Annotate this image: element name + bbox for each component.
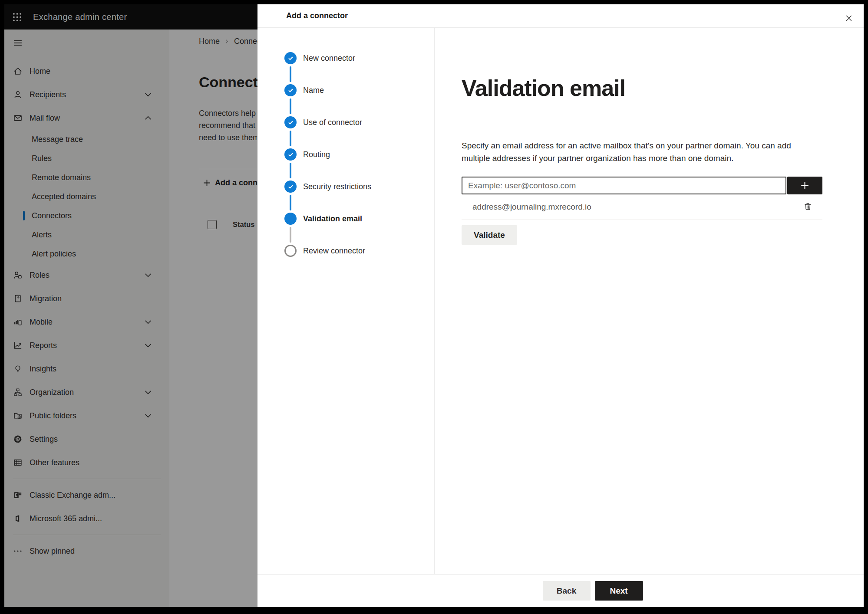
wizard-step-review-connector: Review connector: [257, 235, 434, 267]
next-button[interactable]: Next: [595, 581, 643, 601]
validation-email-pane: Validation email Specify an email addres…: [435, 28, 864, 574]
address-row: address@journaling.mxrecord.io: [462, 194, 822, 220]
panel-body: New connectorNameUse of connectorRouting…: [257, 28, 864, 574]
check-icon: [287, 87, 294, 94]
step-upcoming-icon: [284, 245, 297, 257]
wizard-steps: New connectorNameUse of connectorRouting…: [257, 28, 435, 574]
add-connector-panel: Add a connector New connectorNameUse of …: [257, 4, 864, 607]
plus-icon: [800, 181, 810, 190]
delete-address-button[interactable]: [803, 201, 813, 213]
modal-overlay: [4, 4, 257, 607]
check-icon: [287, 119, 294, 126]
check-icon: [287, 184, 294, 190]
trash-icon: [803, 201, 813, 211]
pane-heading: Validation email: [462, 77, 864, 99]
step-complete-check-icon: [284, 116, 297, 128]
step-complete-check-icon: [284, 148, 297, 161]
pane-description: Specify an email address for an active m…: [462, 139, 807, 164]
wizard-step-security-restrictions: Security restrictions: [257, 171, 434, 203]
wizard-step-name: Name: [257, 74, 434, 106]
step-complete-check-icon: [284, 84, 297, 96]
panel-title: Add a connector: [286, 11, 348, 20]
step-complete-check-icon: [284, 181, 297, 193]
step-complete-check-icon: [284, 52, 297, 64]
panel-footer: Back Next: [257, 574, 864, 607]
email-input-row: [462, 177, 864, 194]
close-button[interactable]: [842, 11, 856, 25]
step-current-icon: [284, 213, 297, 225]
back-button[interactable]: Back: [543, 581, 591, 601]
panel-header: Add a connector: [257, 4, 864, 28]
check-icon: [287, 151, 294, 158]
wizard-step-new-connector: New connector: [257, 42, 434, 74]
footer-buttons: Back Next: [543, 581, 643, 601]
wizard-step-use-of-connector: Use of connector: [257, 106, 434, 138]
wizard-step-routing: Routing: [257, 138, 434, 171]
screen: Exchange admin center HomeRecipientsMail…: [4, 4, 864, 607]
email-address-input[interactable]: [462, 177, 786, 194]
close-icon: [845, 14, 853, 23]
check-icon: [287, 55, 294, 62]
validate-button[interactable]: Validate: [462, 225, 517, 245]
add-email-button[interactable]: [787, 177, 822, 194]
wizard-step-validation-email: Validation email: [257, 203, 434, 235]
